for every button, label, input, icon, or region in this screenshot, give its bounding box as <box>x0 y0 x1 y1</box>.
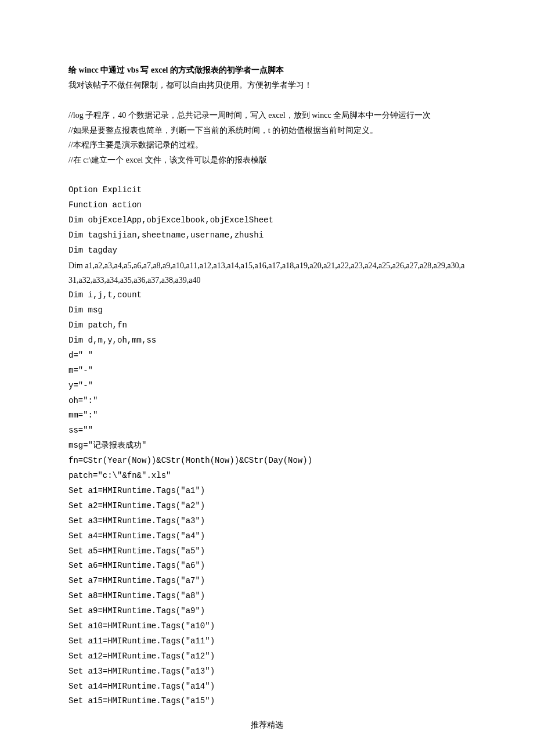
code-line: Set a15=HMIRuntime.Tags("a15") <box>68 694 466 709</box>
comment-line: //在 c:\建立一个 excel 文件，该文件可以是你的报表模版 <box>68 153 466 168</box>
code-line: Dim objExcelApp,objExcelbook,objExcelShe… <box>68 213 466 228</box>
title-en-wincc: wincc <box>79 66 99 74</box>
code-line: Set a3=HMIRuntime.Tags("a3") <box>68 514 466 529</box>
code-line: Set a2=HMIRuntime.Tags("a2") <box>68 499 466 514</box>
blank-line <box>68 168 466 183</box>
title-en-vbs: vbs <box>127 66 139 74</box>
code-line: patch="c:\"&fn&".xls" <box>68 469 466 484</box>
comment-line: //log 子程序，40 个数据记录，总共记录一周时间，写入 excel，放到 … <box>68 108 466 123</box>
title-text-4: 的方式做报表的初学者一点脚本 <box>168 66 284 74</box>
code-line: Dim msg <box>68 303 466 318</box>
code-line: d=" " <box>68 348 466 363</box>
code-line: Set a14=HMIRuntime.Tags("a14") <box>68 679 466 694</box>
code-line: Set a8=HMIRuntime.Tags("a8") <box>68 589 466 604</box>
code-line: Function action <box>68 198 466 213</box>
code-line: oh=":" <box>68 394 466 409</box>
title-text-3: 写 <box>139 66 151 74</box>
code-line: Set a10=HMIRuntime.Tags("a10") <box>68 619 466 634</box>
page-footer: 推荐精选 <box>0 718 534 733</box>
code-line: Set a13=HMIRuntime.Tags("a13") <box>68 664 466 679</box>
code-line: fn=CStr(Year(Now))&CStr(Month(Now))&CStr… <box>68 453 466 469</box>
code-line: Dim d,m,y,oh,mm,ss <box>68 333 466 348</box>
document-page: 给 wincc 中通过 vbs 写 excel 的方式做报表的初学者一点脚本 我… <box>0 0 534 756</box>
code-line: Set a5=HMIRuntime.Tags("a5") <box>68 544 466 559</box>
code-line: msg="记录报表成功" <box>68 438 466 453</box>
code-line: Dim a1,a2,a3,a4,a5,a6,a7,a8,a9,a10,a11,a… <box>68 258 466 289</box>
code-line: Dim tagday <box>68 243 466 258</box>
code-line: Set a1=HMIRuntime.Tags("a1") <box>68 484 466 499</box>
code-line: ss="" <box>68 423 466 438</box>
code-line: Set a12=HMIRuntime.Tags("a12") <box>68 649 466 664</box>
code-line: Set a9=HMIRuntime.Tags("a9") <box>68 604 466 619</box>
code-line: Dim i,j,t,count <box>68 288 466 303</box>
code-line: y="-" <box>68 379 466 394</box>
code-line: Set a11=HMIRuntime.Tags("a11") <box>68 634 466 649</box>
title-text-1: 给 <box>68 66 79 74</box>
code-line: Option Explicit <box>68 183 466 198</box>
blank-line <box>68 93 466 108</box>
code-line: Set a6=HMIRuntime.Tags("a6") <box>68 559 466 574</box>
title-en-excel: excel <box>151 66 168 74</box>
code-line: Dim tagshijian,sheetname,username,zhushi <box>68 228 466 243</box>
code-line: m="-" <box>68 363 466 379</box>
code-line: Set a4=HMIRuntime.Tags("a4") <box>68 529 466 544</box>
code-line: Dim patch,fn <box>68 318 466 333</box>
intro-text: 我对该帖子不做任何限制，都可以自由拷贝使用。方便初学者学习！ <box>68 78 466 93</box>
code-line: mm=":" <box>68 408 466 423</box>
code-line: Set a7=HMIRuntime.Tags("a7") <box>68 574 466 589</box>
comment-line: //如果是要整点报表也简单，判断一下当前的系统时间，t 的初始值根据当前时间定义… <box>68 123 466 138</box>
document-title: 给 wincc 中通过 vbs 写 excel 的方式做报表的初学者一点脚本 <box>68 63 466 78</box>
title-text-2: 中通过 <box>99 66 127 74</box>
comment-line: //本程序主要是演示数据记录的过程。 <box>68 138 466 153</box>
